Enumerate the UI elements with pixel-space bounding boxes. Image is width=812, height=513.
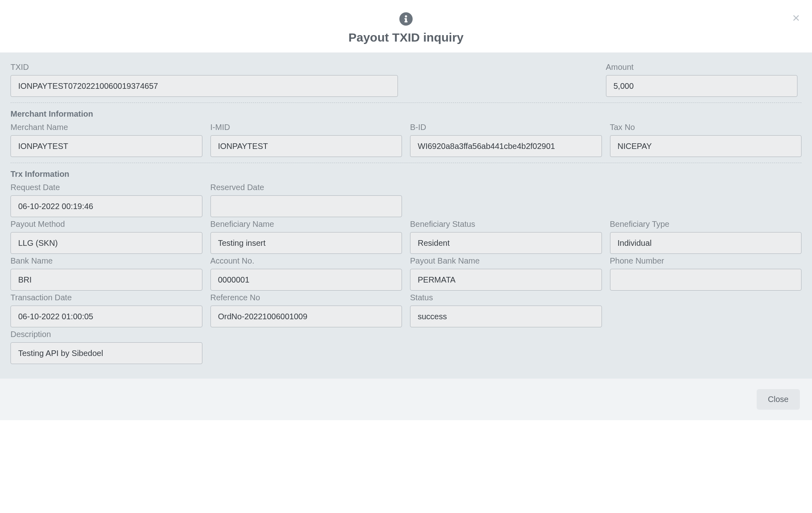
amount-label: Amount	[606, 63, 798, 72]
phone-number-field-group: Phone Number	[610, 256, 802, 291]
amount-field-group: Amount	[606, 63, 798, 97]
modal-title: Payout TXID inquiry	[8, 31, 804, 44]
divider	[11, 103, 801, 103]
status-input[interactable]	[410, 306, 602, 327]
transaction-date-input[interactable]	[11, 306, 202, 327]
row-trx-1: Request Date Reserved Date	[11, 183, 801, 217]
reference-no-input[interactable]	[210, 306, 402, 327]
payout-method-field-group: Payout Method	[11, 220, 202, 254]
modal-footer: Close	[0, 379, 812, 420]
request-date-label: Request Date	[11, 183, 202, 192]
txid-label: TXID	[11, 63, 398, 72]
merchant-name-input[interactable]	[11, 135, 202, 157]
imid-field-group: I-MID	[210, 123, 402, 157]
phone-number-input[interactable]	[610, 269, 802, 291]
transaction-date-field-group: Transaction Date	[11, 293, 202, 327]
row-txid-amount: TXID Amount	[11, 63, 801, 97]
divider	[11, 163, 801, 163]
description-input[interactable]	[11, 342, 202, 364]
beneficiary-name-label: Beneficiary Name	[210, 220, 402, 229]
payout-bank-name-label: Payout Bank Name	[410, 256, 602, 266]
row-trx-4: Transaction Date Reference No Status	[11, 293, 801, 327]
description-label: Description	[11, 330, 202, 339]
imid-input[interactable]	[210, 135, 402, 157]
merchant-info-title: Merchant Information	[11, 109, 801, 119]
description-field-group: Description	[11, 330, 202, 364]
status-field-group: Status	[410, 293, 602, 327]
beneficiary-type-input[interactable]	[610, 232, 802, 254]
request-date-field-group: Request Date	[11, 183, 202, 217]
account-no-input[interactable]	[210, 269, 402, 291]
beneficiary-type-label: Beneficiary Type	[610, 220, 802, 229]
request-date-input[interactable]	[11, 195, 202, 217]
row-trx-3: Bank Name Account No. Payout Bank Name P…	[11, 256, 801, 291]
taxno-field-group: Tax No	[610, 123, 802, 157]
status-label: Status	[410, 293, 602, 302]
close-button[interactable]: Close	[757, 389, 800, 410]
close-icon[interactable]: ×	[792, 11, 800, 24]
reference-no-field-group: Reference No	[210, 293, 402, 327]
beneficiary-status-field-group: Beneficiary Status	[410, 220, 602, 254]
payout-method-input[interactable]	[11, 232, 202, 254]
beneficiary-status-input[interactable]	[410, 232, 602, 254]
modal-body: TXID Amount Merchant Information Merchan…	[0, 52, 812, 379]
transaction-date-label: Transaction Date	[11, 293, 202, 302]
row-trx-2: Payout Method Beneficiary Name Beneficia…	[11, 220, 801, 254]
reserved-date-input[interactable]	[210, 195, 402, 217]
bank-name-field-group: Bank Name	[11, 256, 202, 291]
trx-info-title: Trx Information	[11, 170, 801, 179]
payout-bank-name-input[interactable]	[410, 269, 602, 291]
phone-number-label: Phone Number	[610, 256, 802, 266]
payout-method-label: Payout Method	[11, 220, 202, 229]
row-trx-5: Description	[11, 330, 801, 364]
taxno-input[interactable]	[610, 135, 802, 157]
account-no-label: Account No.	[210, 256, 402, 266]
info-icon	[399, 12, 413, 26]
beneficiary-name-input[interactable]	[210, 232, 402, 254]
account-no-field-group: Account No.	[210, 256, 402, 291]
bid-input[interactable]	[410, 135, 602, 157]
merchant-name-label: Merchant Name	[11, 123, 202, 132]
bank-name-input[interactable]	[11, 269, 202, 291]
txid-field-group: TXID	[11, 63, 398, 97]
bid-field-group: B-ID	[410, 123, 602, 157]
reserved-date-label: Reserved Date	[210, 183, 402, 192]
payout-bank-name-field-group: Payout Bank Name	[410, 256, 602, 291]
beneficiary-name-field-group: Beneficiary Name	[210, 220, 402, 254]
bid-label: B-ID	[410, 123, 602, 132]
imid-label: I-MID	[210, 123, 402, 132]
beneficiary-type-field-group: Beneficiary Type	[610, 220, 802, 254]
amount-input[interactable]	[606, 75, 798, 97]
taxno-label: Tax No	[610, 123, 802, 132]
row-merchant: Merchant Name I-MID B-ID Tax No	[11, 123, 801, 157]
bank-name-label: Bank Name	[11, 256, 202, 266]
modal-header: × Payout TXID inquiry	[0, 0, 812, 52]
beneficiary-status-label: Beneficiary Status	[410, 220, 602, 229]
txid-input[interactable]	[11, 75, 398, 97]
payout-txid-inquiry-modal: × Payout TXID inquiry TXID Amount Mercha…	[0, 0, 812, 420]
reserved-date-field-group: Reserved Date	[210, 183, 402, 217]
merchant-name-field-group: Merchant Name	[11, 123, 202, 157]
reference-no-label: Reference No	[210, 293, 402, 302]
